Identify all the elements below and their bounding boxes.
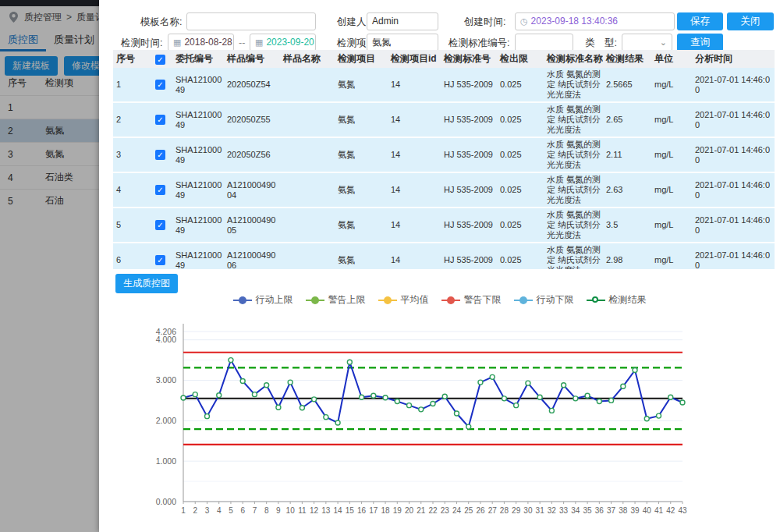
legend-item[interactable]: 行动上限 <box>233 293 293 307</box>
table-cell: 2.5665 <box>603 68 651 102</box>
table-cell: 水质 氨氮的测定 纳氏试剂分光光度法 <box>544 68 603 102</box>
table-cell: 氨氮 <box>335 207 388 243</box>
table-cell: 水质 氨氮的测定 纳氏试剂分光光度法 <box>544 243 603 269</box>
x-tick-label: 6 <box>240 506 245 515</box>
table-row: 1✓SHA12100049202050Z54氨氮14HJ 535-20090.0… <box>113 68 775 102</box>
date-from-input[interactable]: ▦2018-08-28 <box>168 34 234 51</box>
table-cell: 2.98 <box>603 243 651 269</box>
modal-overlay <box>0 0 99 532</box>
close-button[interactable]: 关闭 <box>727 12 774 30</box>
legend-item[interactable]: 平均值 <box>378 293 429 307</box>
row-checkbox[interactable]: ✓ <box>155 80 165 90</box>
table-cell: 0.025 <box>497 207 544 243</box>
x-tick-label: 12 <box>310 506 319 515</box>
data-point-marker <box>193 392 197 397</box>
table-cell: HJ 535-2009 <box>441 102 497 137</box>
table-cell: 氨氮 <box>335 243 388 269</box>
table-cell: 14 <box>388 172 441 207</box>
standard-no-label: 检测标准编号: <box>448 34 509 51</box>
series-line <box>183 360 682 427</box>
legend-item[interactable]: 检测结果 <box>587 293 647 307</box>
table-cell: A12100049004 <box>224 172 280 207</box>
data-point-marker <box>264 383 269 388</box>
data-point-marker <box>431 402 435 406</box>
column-header: 检测结果 <box>603 50 651 68</box>
generate-qc-chart-button[interactable]: 生成质控图 <box>115 274 178 293</box>
results-table-wrap[interactable]: 序号✓委托编号样品编号样品名称检测项目检测项目id检测标准号检出限检测标准名称检… <box>113 50 775 269</box>
calendar-icon: ▦ <box>173 38 181 47</box>
row-checkbox[interactable]: ✓ <box>155 255 165 265</box>
type-label: 类 型: <box>585 34 617 51</box>
create-time-input[interactable]: ◷2023-09-18 13:40:36 <box>515 12 675 30</box>
row-checkbox-cell[interactable]: ✓ <box>152 243 172 269</box>
table-cell: mg/L <box>651 243 692 269</box>
table-cell: A12100049005 <box>224 207 280 243</box>
x-tick-label: 8 <box>264 506 269 515</box>
table-cell: 0.025 <box>497 243 544 269</box>
x-tick-label: 39 <box>630 506 640 515</box>
data-point-marker <box>419 407 424 412</box>
row-checkbox-cell[interactable]: ✓ <box>152 172 172 207</box>
x-tick-label: 3 <box>205 506 210 515</box>
row-checkbox[interactable]: ✓ <box>155 185 165 195</box>
table-cell: HJ 535-2009 <box>441 172 497 207</box>
legend-label: 行动下限 <box>537 293 574 307</box>
table-cell: 4 <box>113 172 152 207</box>
row-checkbox-cell[interactable]: ✓ <box>152 102 172 137</box>
column-header: 检测项目id <box>388 50 441 68</box>
select-all-checkbox[interactable]: ✓ <box>155 55 165 65</box>
column-header: 检测标准号 <box>441 50 497 68</box>
select-all-checkbox-cell[interactable]: ✓ <box>152 50 172 68</box>
test-time-label: 检测时间: <box>121 34 162 51</box>
standard-no-input[interactable] <box>515 34 573 51</box>
type-select[interactable]: ⌄ <box>622 34 672 51</box>
row-checkbox-cell[interactable]: ✓ <box>152 68 172 102</box>
results-table-header-row: 序号✓委托编号样品编号样品名称检测项目检测项目id检测标准号检出限检测标准名称检… <box>113 50 775 68</box>
data-point-marker <box>585 393 590 398</box>
row-checkbox-cell[interactable]: ✓ <box>152 137 172 172</box>
data-point-marker <box>217 393 222 398</box>
table-cell <box>280 137 335 172</box>
x-tick-label: 11 <box>298 506 307 515</box>
results-table-body: 1✓SHA12100049202050Z54氨氮14HJ 535-20090.0… <box>113 68 775 269</box>
legend-item[interactable]: 警告下限 <box>441 293 502 307</box>
table-cell <box>280 207 335 243</box>
query-button[interactable]: 查询 <box>677 34 723 51</box>
x-tick-label: 22 <box>428 506 438 515</box>
date-to-input[interactable]: ▦2023-09-20 <box>250 34 316 51</box>
x-tick-label: 15 <box>346 506 355 515</box>
row-checkbox[interactable]: ✓ <box>155 150 165 160</box>
save-button[interactable]: 保存 <box>677 12 723 30</box>
legend-marker-icon <box>233 296 252 304</box>
data-point-marker <box>442 394 447 399</box>
creator-value: Admin <box>372 13 399 30</box>
column-header: 委托编号 <box>172 50 224 68</box>
x-tick-label: 2 <box>193 506 197 515</box>
legend-item[interactable]: 警告上限 <box>306 293 366 307</box>
legend-item[interactable]: 行动下限 <box>514 293 574 307</box>
row-checkbox[interactable]: ✓ <box>155 220 165 230</box>
column-header: 检测标准名称 <box>544 50 603 68</box>
results-table: 序号✓委托编号样品编号样品名称检测项目检测项目id检测标准号检出限检测标准名称检… <box>113 50 775 269</box>
x-tick-label: 29 <box>512 506 521 515</box>
data-point-marker <box>644 417 649 421</box>
legend-marker-icon <box>514 296 533 304</box>
row-checkbox-cell[interactable]: ✓ <box>152 207 172 243</box>
data-point-marker <box>490 374 495 379</box>
table-cell: 1 <box>113 68 152 102</box>
table-cell: 2021-07-01 14:46:00 <box>692 243 775 269</box>
qc-template-dialog: 模板名称: 创建人: Admin 创建时间: ◷2023-09-18 13:40… <box>99 0 780 532</box>
creator-input[interactable]: Admin <box>367 12 438 30</box>
column-header: 单位 <box>651 50 692 68</box>
data-point-marker <box>573 396 578 401</box>
x-tick-label: 19 <box>393 506 402 515</box>
template-name-input[interactable] <box>186 12 316 30</box>
table-cell <box>280 68 335 102</box>
data-point-marker <box>312 397 317 402</box>
table-cell: 202050Z54 <box>224 68 280 102</box>
table-cell: HJ 535-2009 <box>441 137 497 172</box>
row-checkbox[interactable]: ✓ <box>155 115 165 125</box>
data-point-marker <box>240 379 245 384</box>
test-item-input[interactable]: 氨氮 <box>367 34 438 51</box>
table-cell: 水质 氨氮的测定 纳氏试剂分光光度法 <box>544 102 603 137</box>
